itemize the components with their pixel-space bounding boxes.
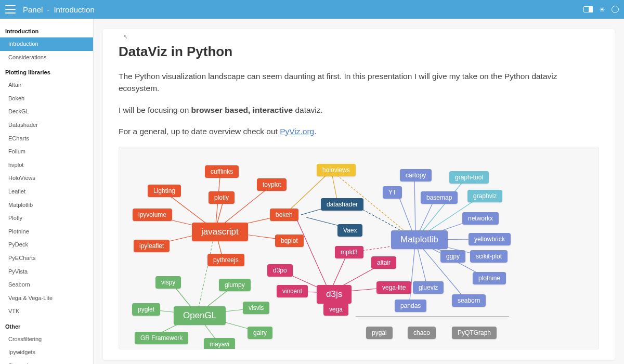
node-gr-framework: GR Framework bbox=[135, 332, 188, 344]
main-content: ↖ DataViz in Python The Python visualiza… bbox=[94, 19, 624, 364]
sidebar-item-considerations[interactable]: Considerations bbox=[0, 51, 93, 64]
sidebar-item-holoviews[interactable]: HoloViews bbox=[0, 172, 93, 185]
node-yt: YT bbox=[383, 186, 402, 199]
sidebar-item-pyvista[interactable]: PyVista bbox=[0, 265, 93, 279]
node-ggpy: ggpy bbox=[440, 250, 465, 263]
node-toyplot: toyplot bbox=[257, 178, 287, 191]
node-pygal: pygal bbox=[366, 327, 393, 339]
node-ipyleaflet: ipyleaflet bbox=[134, 240, 170, 252]
node-ipyvolume: ipyvolume bbox=[133, 209, 172, 221]
node-glumpy: glumpy bbox=[219, 279, 251, 291]
node-galry: galry bbox=[248, 327, 272, 339]
sidebar-item-hvplot[interactable]: hvplot bbox=[0, 159, 93, 172]
sidebar-section-header: Introduction bbox=[0, 23, 93, 37]
p2-bold: browser based, interactive bbox=[191, 106, 293, 114]
sidebar-item-ipywidgets[interactable]: Ipywidgets bbox=[0, 346, 93, 359]
node-opengl: OpenGL bbox=[174, 306, 226, 325]
node-lighting: Lighting bbox=[148, 185, 181, 197]
node-bqplot: bqplot bbox=[275, 235, 304, 247]
sidebar-item-vtk[interactable]: VTK bbox=[0, 305, 93, 318]
node-vega-lite: vega-lite bbox=[376, 281, 411, 294]
sidebar-item-pyecharts[interactable]: PyECharts bbox=[0, 252, 93, 265]
p3-text-c: . bbox=[314, 127, 316, 136]
sidebar-item-seaborn[interactable]: Seaborn bbox=[0, 278, 93, 292]
p3-text-a: For a general, up to date overview check… bbox=[119, 127, 280, 136]
theme-toggle-icon[interactable]: ☀ bbox=[599, 6, 605, 14]
sidebar-item-plotly[interactable]: Plotly bbox=[0, 212, 93, 225]
paragraph-2: I will be focusing on browser based, int… bbox=[119, 104, 599, 116]
node-pythreejs: pythreejs bbox=[207, 254, 244, 266]
pyviz-link[interactable]: PyViz.org bbox=[280, 127, 314, 136]
node-d3js: d3js bbox=[317, 285, 352, 304]
paragraph-1: The Python visualization landscape can s… bbox=[119, 70, 599, 95]
sidebar-item-crossfiltering[interactable]: Crossfiltering bbox=[0, 333, 93, 346]
content-card: ↖ DataViz in Python The Python visualiza… bbox=[103, 29, 615, 360]
sidebar-item-pydeck[interactable]: PyDeck bbox=[0, 238, 93, 252]
node-plotnine: plotnine bbox=[473, 272, 506, 284]
sidebar-item-altair[interactable]: Altair bbox=[0, 79, 93, 92]
node-visvis: visvis bbox=[243, 302, 269, 314]
node-seaborn: seaborn bbox=[452, 294, 486, 307]
node-d3po: d3po bbox=[267, 264, 293, 277]
node-glueviz: glueviz bbox=[413, 281, 444, 294]
sidebar-item-datashader[interactable]: Datashader bbox=[0, 119, 93, 132]
p2-text-c: dataviz. bbox=[293, 106, 323, 114]
sidebar-item-vega-vega-lite[interactable]: Vega & Vega-Lite bbox=[0, 292, 93, 305]
ecosystem-diagram: javascriptOpenGLd3jsMatplotlibcufflinkst… bbox=[119, 147, 599, 349]
layout-toggle-icon[interactable] bbox=[583, 6, 593, 12]
node-basemap: basemap bbox=[421, 191, 458, 204]
node-mayavi: mayavi bbox=[204, 338, 235, 349]
sidebar-item-folium[interactable]: Folium bbox=[0, 145, 93, 159]
node-bokeh: bokeh bbox=[270, 209, 298, 221]
node-javascript: javascript bbox=[192, 223, 248, 241]
sidebar-item-deckgl[interactable]: DeckGL bbox=[0, 105, 93, 119]
sidebar-item-plotnine[interactable]: Plotnine bbox=[0, 225, 93, 239]
sidebar-item-bokeh[interactable]: Bokeh bbox=[0, 92, 93, 106]
node-vincent: vincent bbox=[277, 285, 308, 297]
sidebar-item-streaming[interactable]: Streaming bbox=[0, 359, 93, 364]
sidebar: IntroductionIntroductionConsiderationsPl… bbox=[0, 19, 94, 364]
node-mpld3: mpld3 bbox=[335, 246, 363, 258]
sidebar-item-introduction[interactable]: Introduction bbox=[0, 37, 93, 51]
node-vaex: Vaex bbox=[337, 224, 362, 237]
node-networkx: networkx bbox=[462, 212, 499, 225]
svg-line-21 bbox=[296, 217, 330, 293]
node-datashader: datashader bbox=[321, 198, 363, 211]
node-scikit-plot: scikit-plot bbox=[470, 250, 508, 263]
sidebar-item-echarts[interactable]: ECharts bbox=[0, 132, 93, 146]
sidebar-section-header: Plotting libraries bbox=[0, 64, 93, 79]
sidebar-section-header: Other bbox=[0, 318, 93, 333]
node-vega: vega bbox=[323, 303, 348, 316]
node-yellowbrick: yellowbrick bbox=[469, 233, 511, 245]
node-cufflinks: cufflinks bbox=[205, 165, 239, 178]
node-holoviews: holoviews bbox=[317, 164, 356, 176]
sidebar-item-matplotlib[interactable]: Matplotlib bbox=[0, 199, 93, 212]
page-title: Introduction bbox=[54, 5, 94, 14]
node-graphviz: graphviz bbox=[467, 190, 502, 202]
p2-text-a: I will be focusing on bbox=[119, 106, 191, 114]
svg-line-41 bbox=[409, 240, 415, 306]
heading: DataViz in Python bbox=[119, 44, 599, 60]
node-pyglet: pyglet bbox=[132, 303, 160, 316]
paragraph-3: For a general, up to date overview check… bbox=[119, 125, 599, 137]
node-graph-tool: graph-tool bbox=[449, 171, 489, 184]
node-altair: altair bbox=[371, 256, 396, 269]
node-chaco: chaco bbox=[408, 327, 436, 339]
title-separator: - bbox=[47, 5, 49, 14]
sidebar-item-leaflet[interactable]: Leaflet bbox=[0, 185, 93, 199]
top-bar: Panel - Introduction ☀ bbox=[0, 0, 624, 19]
node-plotly: plotly bbox=[209, 191, 235, 204]
node-matplotlib: Matplotlib bbox=[391, 230, 448, 249]
node-pandas: pandas bbox=[395, 300, 426, 312]
node-pyqtgraph: PyQTGraph bbox=[452, 327, 497, 339]
cursor-icon: ↖ bbox=[123, 34, 127, 40]
node-cartopy: cartopy bbox=[400, 169, 432, 181]
node-vispy: vispy bbox=[155, 276, 181, 289]
settings-icon[interactable] bbox=[612, 6, 619, 13]
app-name: Panel bbox=[23, 5, 43, 14]
menu-icon[interactable] bbox=[5, 5, 16, 14]
